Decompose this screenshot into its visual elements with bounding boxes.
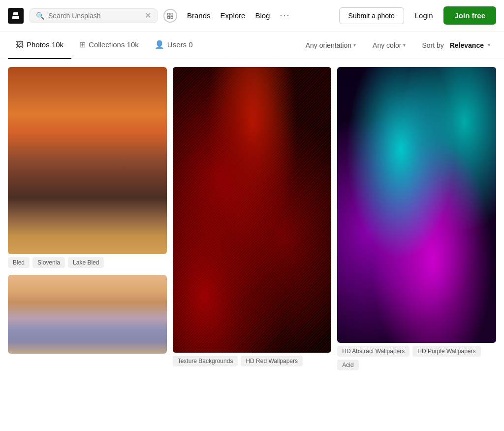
filter-options: Any orientation ▾ Any color ▾ Sort by Re… — [299, 38, 496, 53]
color-dropdown[interactable]: Any color ▾ — [366, 38, 412, 53]
join-free-button[interactable]: Join free — [443, 6, 496, 25]
filter-bar: 🖼 Photos 10k ⊞ Collections 10k 👤 Users 0… — [0, 32, 504, 59]
photo-abstract-red-tags: Texture Backgrounds HD Red Wallpapers — [173, 353, 332, 367]
orientation-chevron-icon: ▾ — [353, 42, 356, 48]
list-item[interactable] — [8, 275, 167, 354]
collections-tab-label: Collections 10k — [89, 40, 139, 49]
photo-abstract-purple[interactable] — [337, 67, 496, 343]
orientation-dropdown[interactable]: Any orientation ▾ — [299, 38, 362, 53]
list-item[interactable]: Bled Slovenia Lake Bled — [8, 67, 167, 269]
visual-search-button[interactable] — [163, 9, 177, 23]
tag-hd-red[interactable]: HD Red Wallpapers — [241, 356, 303, 366]
sort-chevron-icon: ▾ — [488, 42, 490, 48]
photo-col-1: Bled Slovenia Lake Bled — [8, 67, 167, 354]
photo-col-3: HD Abstract Wallpapers HD Purple Wallpap… — [337, 67, 496, 371]
svg-rect-0 — [13, 12, 18, 15]
svg-rect-4 — [168, 16, 170, 18]
svg-rect-2 — [168, 13, 170, 15]
submit-photo-button[interactable]: Submit a photo — [339, 7, 404, 24]
svg-rect-3 — [171, 13, 173, 15]
photo-clouds-image — [8, 275, 167, 354]
list-item[interactable]: Texture Backgrounds HD Red Wallpapers — [173, 67, 332, 367]
sort-dropdown[interactable]: Sort by Relevance ▾ — [416, 38, 496, 52]
search-icon: 🔍 — [36, 12, 44, 20]
result-tabs: 🖼 Photos 10k ⊞ Collections 10k 👤 Users 0 — [8, 32, 200, 59]
photo-bled-tags: Bled Slovenia Lake Bled — [8, 254, 167, 269]
clear-search-button[interactable]: ✕ — [145, 12, 151, 20]
photo-col-2: Texture Backgrounds HD Red Wallpapers — [173, 67, 332, 367]
photo-abstract-red-image — [173, 67, 332, 353]
orientation-label: Any orientation — [306, 41, 351, 49]
svg-rect-5 — [171, 16, 173, 18]
tag-slovenia[interactable]: Slovenia — [32, 257, 65, 268]
photo-bled-image — [8, 67, 167, 254]
main-content: Bled Slovenia Lake Bled Texture Backgrou… — [0, 59, 504, 379]
list-item[interactable]: HD Abstract Wallpapers HD Purple Wallpap… — [337, 67, 496, 371]
header-actions: Submit a photo Login Join free — [339, 6, 496, 25]
photo-grid: Bled Slovenia Lake Bled Texture Backgrou… — [8, 67, 496, 371]
photo-clouds[interactable] — [8, 275, 167, 354]
users-tab-label: Users 0 — [167, 40, 193, 49]
tag-lake-bled[interactable]: Lake Bled — [68, 257, 104, 268]
site-header: 🔍 iphone 12 wallpaper ✕ Brands Explore B… — [0, 0, 504, 32]
search-input[interactable]: iphone 12 wallpaper — [48, 12, 141, 20]
nav-more-button[interactable]: ··· — [280, 10, 290, 21]
nav-brands[interactable]: Brands — [187, 11, 211, 20]
tab-photos[interactable]: 🖼 Photos 10k — [8, 32, 71, 59]
photo-bled[interactable] — [8, 67, 167, 254]
nav-explore[interactable]: Explore — [220, 11, 246, 20]
photo-abstract-purple-tags: HD Abstract Wallpapers HD Purple Wallpap… — [337, 343, 496, 371]
photos-tab-icon: 🖼 — [16, 40, 24, 49]
color-label: Any color — [373, 41, 401, 49]
logo[interactable] — [8, 8, 24, 24]
photo-abstract-red[interactable] — [173, 67, 332, 353]
photo-abstract-purple-image — [337, 67, 496, 343]
nav-blog[interactable]: Blog — [255, 11, 270, 20]
sort-value: Relevance — [450, 41, 484, 49]
tag-hd-abstract[interactable]: HD Abstract Wallpapers — [337, 346, 410, 357]
search-bar: 🔍 iphone 12 wallpaper ✕ — [30, 8, 158, 23]
tab-users[interactable]: 👤 Users 0 — [147, 32, 201, 59]
main-nav: Brands Explore Blog ··· — [187, 10, 333, 21]
collections-tab-icon: ⊞ — [79, 40, 86, 49]
tag-texture-bg[interactable]: Texture Backgrounds — [173, 356, 238, 366]
tag-hd-purple[interactable]: HD Purple Wallpapers — [412, 346, 480, 357]
svg-rect-1 — [12, 16, 19, 19]
tag-acid[interactable]: Acid — [337, 360, 358, 370]
login-button[interactable]: Login — [409, 7, 439, 24]
tab-collections[interactable]: ⊞ Collections 10k — [71, 32, 147, 59]
photos-tab-label: Photos 10k — [27, 40, 63, 49]
users-tab-icon: 👤 — [155, 40, 164, 49]
color-chevron-icon: ▾ — [403, 42, 406, 48]
sort-prefix: Sort by — [422, 41, 443, 49]
tag-bled[interactable]: Bled — [8, 257, 30, 268]
